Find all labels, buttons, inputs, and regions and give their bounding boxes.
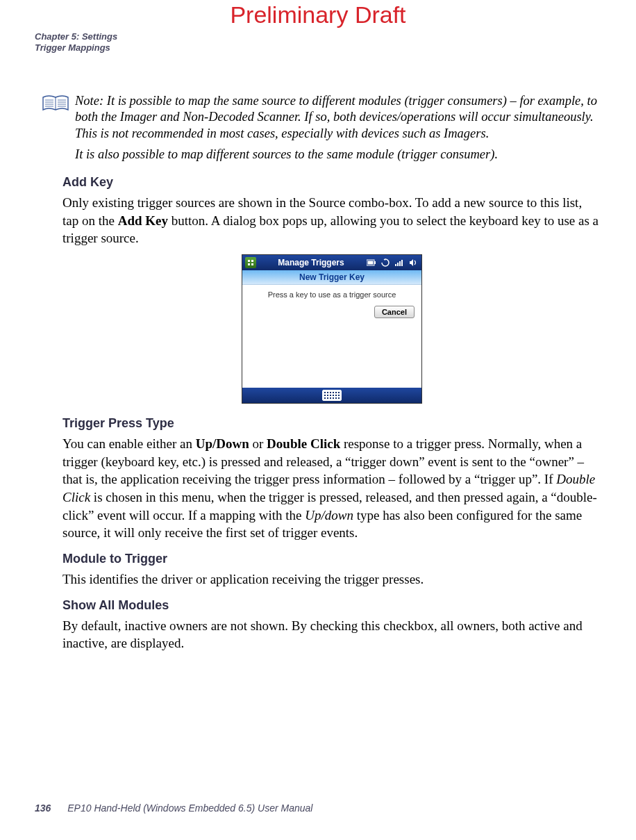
header-chapter: Chapter 5: Settings bbox=[35, 31, 601, 42]
svg-rect-10 bbox=[401, 260, 403, 266]
device-titlebar: Manage Triggers bbox=[242, 255, 421, 270]
note-para2: It is also possible to map different sou… bbox=[75, 147, 601, 163]
tp-t1: You can enable either an bbox=[62, 436, 196, 451]
device-bottombar bbox=[242, 388, 421, 403]
paragraph-trigger-press: You can enable either an Up/Down or Doub… bbox=[62, 435, 601, 542]
signal-icon bbox=[394, 258, 405, 267]
svg-rect-7 bbox=[395, 264, 396, 266]
page-number: 136 bbox=[35, 802, 51, 814]
svg-rect-6 bbox=[368, 261, 374, 265]
book-icon bbox=[42, 94, 69, 117]
device-frame: Manage Triggers New Trigger Key bbox=[242, 254, 422, 404]
tp-t2: or bbox=[249, 436, 267, 451]
svg-rect-3 bbox=[251, 263, 253, 265]
header-section: Trigger Mappings bbox=[35, 42, 601, 53]
note-block: Note: It is possible to map the same sou… bbox=[42, 93, 601, 163]
heading-show-all-modules: Show All Modules bbox=[62, 598, 601, 613]
tp-b2: Double Click bbox=[267, 436, 340, 451]
note-para1: It is possible to map the same source to… bbox=[75, 94, 597, 140]
page: Preliminary Draft Chapter 5: Settings Tr… bbox=[0, 0, 636, 840]
titlebar-title: Manage Triggers bbox=[259, 258, 363, 267]
footer-title: EP10 Hand-Held (Windows Embedded 6.5) Us… bbox=[67, 802, 312, 814]
battery-icon bbox=[366, 258, 377, 267]
dialog-titlebar: New Trigger Key bbox=[242, 270, 421, 285]
tp-b1: Up/Down bbox=[196, 436, 249, 451]
svg-rect-8 bbox=[397, 263, 399, 266]
paragraph-add-key: Only existing trigger sources are shown … bbox=[62, 194, 601, 247]
note-lead: Note: bbox=[75, 94, 103, 108]
watermark-text: Preliminary Draft bbox=[35, 0, 601, 28]
svg-rect-1 bbox=[251, 260, 253, 262]
keyboard-icon[interactable] bbox=[322, 390, 342, 401]
embedded-screenshot: Manage Triggers New Trigger Key bbox=[62, 254, 601, 404]
svg-rect-5 bbox=[374, 261, 376, 264]
svg-rect-9 bbox=[399, 261, 401, 266]
start-icon[interactable] bbox=[245, 257, 256, 268]
heading-add-key: Add Key bbox=[62, 175, 601, 190]
svg-rect-0 bbox=[248, 260, 250, 262]
page-footer: 136 EP10 Hand-Held (Windows Embedded 6.5… bbox=[35, 802, 312, 814]
cancel-button[interactable]: Cancel bbox=[374, 306, 415, 318]
running-header: Chapter 5: Settings Trigger Mappings bbox=[35, 31, 601, 54]
heading-trigger-press-type: Trigger Press Type bbox=[62, 416, 601, 431]
addkey-bold: Add Key bbox=[118, 213, 168, 228]
sync-icon bbox=[380, 258, 391, 267]
svg-rect-2 bbox=[248, 263, 250, 265]
dialog-prompt: Press a key to use as a trigger source bbox=[248, 290, 416, 299]
paragraph-module-to-trigger: This identifies the driver or applicatio… bbox=[62, 570, 601, 588]
tp-i2: Up/down bbox=[305, 508, 353, 522]
note-text: Note: It is possible to map the same sou… bbox=[75, 93, 601, 163]
heading-module-to-trigger: Module to Trigger bbox=[62, 552, 601, 566]
volume-icon bbox=[408, 258, 419, 267]
paragraph-show-all-modules: By default, inactive owners are not show… bbox=[62, 617, 601, 652]
dialog-body: Press a key to use as a trigger source C… bbox=[242, 285, 421, 388]
